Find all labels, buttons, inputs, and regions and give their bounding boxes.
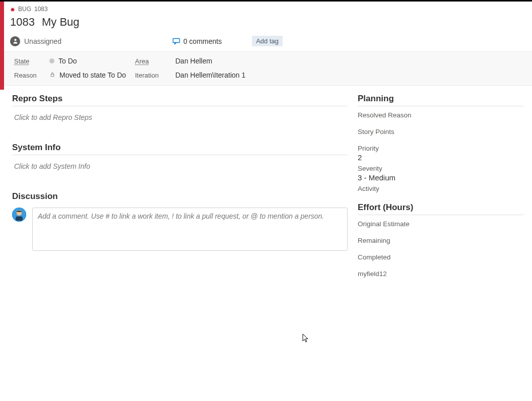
comment-icon [172,37,180,45]
section-title-planning: Planning [358,94,524,106]
field-label-activity: Activity [358,185,524,192]
bug-icon [10,7,15,12]
field-label-myfield12: myfield12 [358,270,524,278]
field-label-resolved-reason: Resolved Reason [358,111,524,119]
breadcrumb[interactable]: BUG 1083 [10,6,526,13]
state-dot-icon [49,58,54,63]
field-label-original-estimate: Original Estimate [358,220,524,228]
section-title-system-info: System Info [12,143,348,155]
section-title-effort: Effort (Hours) [358,203,524,215]
section-title-repro-steps: Repro Steps [12,94,348,106]
assigned-to-picker[interactable]: Unassigned [10,36,61,46]
field-label-completed: Completed [358,253,524,261]
title-row: 1083 My Bug [10,16,526,29]
svg-rect-6 [16,217,23,221]
field-label-state: State [14,57,49,65]
work-item-title[interactable]: My Bug [42,16,80,29]
svg-point-1 [14,39,16,41]
breadcrumb-id: 1083 [34,6,48,13]
comments-count[interactable]: 0 comments [172,37,222,45]
field-value-reason[interactable]: Moved to state To Do [49,71,135,79]
field-value-iteration[interactable]: Dan Hellem\Iteration 1 [175,71,522,79]
section-title-discussion: Discussion [12,191,348,204]
work-item-type-color-stripe [0,2,4,90]
svg-point-0 [11,8,14,11]
person-icon [10,36,20,46]
comment-input[interactable]: Add a comment. Use # to link a work item… [32,208,348,251]
field-value-state[interactable]: To Do [49,57,135,65]
svg-rect-2 [173,38,179,42]
breadcrumb-type: BUG [18,6,31,13]
field-label-severity: Severity [358,165,524,172]
field-label-iteration: Iteration [135,72,175,79]
system-info-input[interactable]: Click to add System Info [12,159,348,182]
field-label-area: Area [135,57,175,65]
field-value-area[interactable]: Dan Hellem [175,57,522,65]
field-value-priority[interactable]: 2 [358,153,524,162]
add-tag-button[interactable]: Add tag [252,36,283,46]
avatar [12,208,26,222]
assigned-to-value: Unassigned [24,37,61,45]
svg-rect-3 [51,74,54,77]
field-value-severity[interactable]: 3 - Medium [358,173,524,182]
field-label-remaining: Remaining [358,237,524,244]
work-item-id: 1083 [10,16,35,29]
field-label-reason: Reason [14,72,49,79]
comments-count-label: 0 comments [183,37,222,45]
repro-steps-input[interactable]: Click to add Repro Steps [12,110,348,133]
field-label-story-points: Story Points [358,128,524,136]
field-label-priority: Priority [358,145,524,152]
lock-icon [49,71,55,79]
